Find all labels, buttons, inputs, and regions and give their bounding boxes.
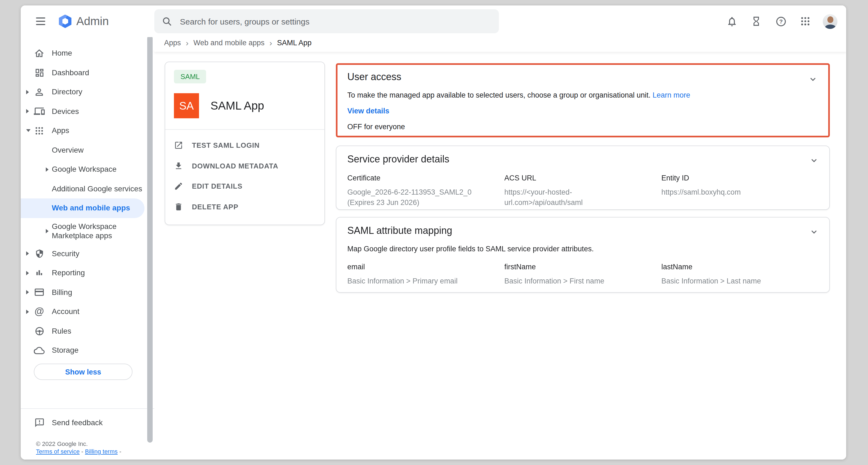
- collapse-caret-icon[interactable]: [26, 129, 31, 132]
- apps-icon: [34, 125, 45, 136]
- admin-hexagon-icon: [59, 14, 71, 28]
- sidebar-item-security[interactable]: Security: [21, 244, 154, 263]
- sidebar-scrollbar[interactable]: [147, 35, 153, 443]
- devices-icon: [34, 106, 45, 117]
- apps-grid-icon[interactable]: [798, 14, 812, 28]
- sidebar-item-home[interactable]: Home: [21, 43, 154, 63]
- breadcrumb-current: SAML App: [277, 39, 312, 47]
- expand-caret-icon[interactable]: [26, 109, 29, 114]
- notifications-bell-icon[interactable]: [724, 14, 739, 28]
- app-initials-tile: SA: [174, 93, 199, 118]
- user-access-description: To make the managed app available to sel…: [347, 91, 818, 99]
- search-bar[interactable]: [154, 9, 499, 33]
- attribute-mapping-description: Map Google directory user profile fields…: [347, 245, 818, 253]
- sidebar-item-devices[interactable]: Devices: [21, 102, 154, 121]
- edit-pencil-icon: [174, 182, 183, 191]
- sidebar-item-directory[interactable]: Directory: [21, 82, 154, 102]
- billing-terms-link[interactable]: Billing terms: [85, 448, 118, 455]
- expand-caret-icon[interactable]: [26, 290, 29, 294]
- attribute-mapping-card[interactable]: SAML attribute mapping Map Google direct…: [336, 217, 830, 293]
- tasks-hourglass-icon[interactable]: [749, 14, 763, 28]
- sidebar-item-google-workspace[interactable]: Google Workspace: [21, 160, 154, 179]
- attribute-mapping-title: SAML attribute mapping: [347, 225, 818, 237]
- open-in-new-icon: [174, 141, 183, 150]
- expand-caret-icon[interactable]: [26, 252, 29, 256]
- help-icon[interactable]: ?: [774, 14, 788, 28]
- terms-of-service-link[interactable]: Terms of service: [36, 448, 80, 455]
- expand-caret-icon[interactable]: [46, 229, 49, 233]
- entity-id-field: Entity ID https://saml.boxyhq.com: [661, 174, 818, 208]
- expand-caret-icon[interactable]: [26, 271, 29, 275]
- storage-cloud-icon: [34, 345, 45, 356]
- breadcrumb-separator-icon: ›: [269, 39, 272, 46]
- sidebar-item-reporting[interactable]: Reporting: [21, 263, 154, 283]
- feedback-icon: [34, 417, 45, 429]
- sidebar-item-account[interactable]: @ Account: [21, 302, 154, 321]
- brand-name: Admin: [76, 15, 109, 28]
- sidebar-divider: [21, 408, 154, 409]
- firstname-mapping-field: firstName Basic Information > First name: [504, 263, 661, 286]
- rules-wheel-icon: [34, 326, 45, 337]
- breadcrumb-separator-icon: ›: [186, 39, 189, 46]
- main-content: SAML SA SAML App TEST SAML LOGIN DOWNLOA…: [154, 52, 846, 460]
- chevron-down-icon[interactable]: [807, 225, 820, 238]
- expand-caret-icon[interactable]: [26, 310, 29, 314]
- reporting-chart-icon: [34, 268, 45, 279]
- delete-trash-icon: [174, 202, 183, 212]
- show-less-button[interactable]: Show less: [34, 364, 132, 380]
- user-avatar[interactable]: [823, 14, 837, 29]
- chevron-down-icon[interactable]: [806, 72, 819, 86]
- download-metadata-button[interactable]: DOWNLOAD METADATA: [174, 156, 316, 176]
- service-provider-card[interactable]: Service provider details Certificate Goo…: [336, 146, 830, 210]
- admin-console-window: Admin ?: [21, 5, 846, 460]
- breadcrumb-web-and-mobile-apps[interactable]: Web and mobile apps: [193, 39, 265, 47]
- chevron-down-icon[interactable]: [807, 154, 820, 167]
- edit-details-button[interactable]: EDIT DETAILS: [174, 176, 316, 196]
- copyright-text: © 2022 Google Inc.: [36, 440, 88, 447]
- billing-card-icon: [34, 287, 45, 298]
- sidebar-item-overview[interactable]: Overview: [21, 141, 154, 160]
- account-at-icon: @: [34, 306, 45, 317]
- top-header: Admin ?: [21, 5, 846, 37]
- directory-person-icon: [34, 87, 45, 98]
- user-access-card[interactable]: User access To make the managed app avai…: [336, 63, 830, 137]
- brand-logo: Admin: [59, 14, 109, 28]
- lastname-mapping-field: lastName Basic Information > Last name: [661, 263, 818, 286]
- svg-text:?: ?: [779, 18, 783, 24]
- user-access-status: OFF for everyone: [347, 123, 818, 131]
- breadcrumb-bar: Apps › Web and mobile apps › SAML App: [154, 37, 846, 52]
- sidebar-item-web-and-mobile-apps[interactable]: Web and mobile apps: [21, 198, 145, 218]
- legal-links: Terms of service - Billing terms -: [36, 448, 121, 455]
- email-mapping-field: email Basic Information > Primary email: [347, 263, 504, 286]
- app-info-card: SAML SA SAML App TEST SAML LOGIN DOWNLOA…: [165, 62, 325, 225]
- user-access-title: User access: [347, 71, 818, 83]
- card-divider: [165, 129, 324, 130]
- expand-caret-icon[interactable]: [46, 167, 49, 172]
- security-shield-icon: [34, 248, 45, 259]
- sidebar-nav: Home Dashboard Directory Devices Apps: [21, 37, 154, 460]
- test-saml-login-button[interactable]: TEST SAML LOGIN: [174, 135, 316, 156]
- service-provider-title: Service provider details: [347, 154, 818, 165]
- home-icon: [34, 48, 45, 59]
- sidebar-item-additional-google-services[interactable]: Additional Google services: [21, 179, 154, 198]
- sidebar-item-rules[interactable]: Rules: [21, 321, 154, 341]
- sidebar-item-storage[interactable]: Storage: [21, 341, 154, 360]
- breadcrumb-apps[interactable]: Apps: [164, 39, 181, 47]
- sidebar-item-gw-marketplace-apps[interactable]: Google Workspace Marketplace apps: [21, 218, 154, 244]
- send-feedback-button[interactable]: Send feedback: [21, 413, 154, 433]
- view-details-link[interactable]: View details: [347, 107, 818, 115]
- sidebar-item-dashboard[interactable]: Dashboard: [21, 63, 154, 82]
- search-icon: [162, 16, 172, 26]
- sidebar-item-billing[interactable]: Billing: [21, 283, 154, 302]
- main-menu-icon[interactable]: [29, 10, 51, 32]
- acs-url-field: ACS URL https://<your-hosted-url.com>/ap…: [504, 174, 661, 208]
- app-title: SAML App: [211, 99, 264, 112]
- download-icon: [174, 161, 183, 170]
- search-input[interactable]: [179, 16, 491, 26]
- dashboard-icon: [34, 67, 45, 78]
- sidebar-item-apps[interactable]: Apps: [21, 121, 154, 141]
- learn-more-link[interactable]: Learn more: [653, 91, 690, 99]
- delete-app-button[interactable]: DELETE APP: [174, 196, 316, 217]
- expand-caret-icon[interactable]: [26, 90, 29, 94]
- certificate-field: Certificate Google_2026-6-22-113953_SAML…: [347, 174, 504, 208]
